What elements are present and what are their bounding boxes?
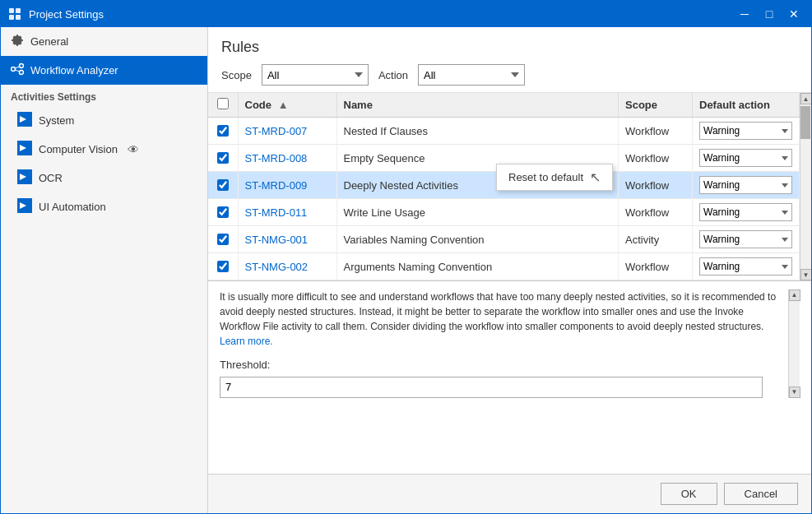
gear-icon xyxy=(11,34,24,49)
description-text: It is usually more difficult to see and … xyxy=(220,289,788,398)
row-scope-cell: Activity xyxy=(619,226,693,253)
code-link[interactable]: ST-MRD-011 xyxy=(245,206,308,219)
cancel-button[interactable]: Cancel xyxy=(724,483,798,505)
computer-vision-arrow-icon xyxy=(17,141,32,158)
row-scope-cell: Workflow xyxy=(619,118,693,145)
filters-bar: Scope All Workflow Activity Action All W… xyxy=(221,64,798,86)
project-settings-window: Project Settings ─ □ ✕ General xyxy=(0,0,812,514)
scope-select[interactable]: All Workflow Activity xyxy=(262,64,369,86)
sidebar-system-label: System xyxy=(39,114,74,127)
description-scrollbar: ▲ ▼ xyxy=(788,289,800,398)
desc-scroll-down[interactable]: ▼ xyxy=(789,387,800,398)
threshold-section: Threshold: xyxy=(220,357,782,398)
row-action-select[interactable]: Warning Error Info Verbose xyxy=(699,149,792,167)
close-button[interactable]: ✕ xyxy=(783,5,805,23)
action-col-header[interactable]: Default action xyxy=(693,93,800,118)
sidebar-item-general[interactable]: General xyxy=(1,27,207,56)
table-row[interactable]: ST-MRD-011 Write Line Usage Workflow War… xyxy=(208,199,800,226)
svg-line-7 xyxy=(16,67,20,68)
sidebar-item-computer-vision[interactable]: Computer Vision 👁 xyxy=(1,135,207,164)
reset-to-default-tooltip[interactable]: Reset to default ↖ xyxy=(496,164,613,191)
sidebar-general-label: General xyxy=(30,35,68,48)
row-action-cell: Warning Error Info Verbose xyxy=(693,253,800,280)
scroll-up-button[interactable]: ▲ xyxy=(800,93,812,104)
row-action-cell: Warning Error Info Verbose xyxy=(693,118,800,145)
row-code-cell: ST-MRD-008 xyxy=(238,145,336,172)
row-checkbox[interactable] xyxy=(217,179,229,191)
ocr-arrow-icon xyxy=(17,169,32,187)
row-checkbox-cell xyxy=(208,226,238,253)
table-scrollbar: ▲ ▼ xyxy=(800,93,811,280)
sidebar-workflow-label: Workflow Analyzer xyxy=(30,64,118,76)
row-code-cell: ST-NMG-001 xyxy=(238,226,336,253)
row-name-cell: Write Line Usage xyxy=(336,199,619,226)
row-code-cell: ST-NMG-002 xyxy=(238,253,336,280)
row-checkbox[interactable] xyxy=(217,206,229,218)
row-checkbox[interactable] xyxy=(217,125,229,137)
code-link[interactable]: ST-MRD-008 xyxy=(245,152,308,164)
sidebar-item-workflow-analyzer[interactable]: Workflow Analyzer xyxy=(1,56,207,85)
svg-rect-0 xyxy=(9,8,14,13)
svg-point-5 xyxy=(20,64,24,68)
description-area: It is usually more difficult to see and … xyxy=(208,280,811,406)
code-col-header[interactable]: Code ▲ xyxy=(238,93,336,118)
threshold-input[interactable] xyxy=(220,377,763,398)
description-body: It is usually more difficult to see and … xyxy=(220,291,776,332)
activities-settings-label: Activities Settings xyxy=(1,85,207,106)
action-select[interactable]: All Warning Error Info Verbose xyxy=(418,64,525,86)
title-bar: Project Settings ─ □ ✕ xyxy=(1,1,811,27)
row-checkbox-cell xyxy=(208,118,238,145)
tooltip-text: Reset to default xyxy=(508,171,583,183)
desc-scroll-up[interactable]: ▲ xyxy=(789,289,800,301)
table-row[interactable]: ST-MRD-007 Nested If Clauses Workflow Wa… xyxy=(208,118,800,145)
ok-button[interactable]: OK xyxy=(661,483,717,505)
minimize-button[interactable]: ─ xyxy=(734,5,755,23)
sidebar-ui-automation-label: UI Automation xyxy=(39,201,106,213)
threshold-label: Threshold: xyxy=(220,357,782,373)
page-title: Rules xyxy=(221,39,798,56)
sidebar: General Workflow Analyzer Activities Set… xyxy=(1,27,208,513)
action-label: Action xyxy=(378,69,408,81)
svg-point-6 xyxy=(20,71,24,75)
scope-label: Scope xyxy=(221,69,252,81)
row-checkbox-cell xyxy=(208,253,238,280)
row-name-cell: Arguments Naming Convention xyxy=(336,253,619,280)
code-link[interactable]: ST-NMG-001 xyxy=(245,234,309,246)
code-link[interactable]: ST-MRD-009 xyxy=(245,179,308,192)
title-bar-controls: ─ □ ✕ xyxy=(734,5,805,23)
row-action-select[interactable]: Warning Error Info Verbose xyxy=(699,257,792,276)
main-panel: Rules Scope All Workflow Activity Action… xyxy=(208,27,811,513)
row-action-select[interactable]: Warning Error Info Verbose xyxy=(699,176,792,194)
code-link[interactable]: ST-NMG-002 xyxy=(245,261,309,273)
row-checkbox[interactable] xyxy=(217,261,229,272)
name-col-header[interactable]: Name xyxy=(336,93,619,118)
title-bar-title: Project Settings xyxy=(29,8,734,21)
code-link[interactable]: ST-MRD-007 xyxy=(245,125,308,137)
footer: OK Cancel xyxy=(208,474,811,513)
learn-more-link[interactable]: Learn more. xyxy=(220,336,273,347)
ui-automation-arrow-icon xyxy=(17,198,32,215)
row-action-cell: Warning Error Info Verbose xyxy=(693,172,800,199)
sidebar-item-ui-automation[interactable]: UI Automation xyxy=(1,192,207,221)
row-scope-cell: Workflow xyxy=(619,253,693,280)
sidebar-item-ocr[interactable]: OCR xyxy=(1,164,207,192)
table-row[interactable]: ST-NMG-001 Variables Naming Convention A… xyxy=(208,226,800,253)
sidebar-computer-vision-label: Computer Vision xyxy=(39,143,118,155)
select-all-checkbox[interactable] xyxy=(217,98,229,109)
scroll-down-button[interactable]: ▼ xyxy=(800,269,812,280)
row-checkbox[interactable] xyxy=(217,152,229,164)
row-action-select[interactable]: Warning Error Info Verbose xyxy=(699,203,792,221)
row-action-select[interactable]: Warning Error Info Verbose xyxy=(699,230,792,248)
row-code-cell: ST-MRD-009 xyxy=(238,172,336,199)
table-row[interactable]: ST-NMG-002 Arguments Naming Convention W… xyxy=(208,253,800,280)
row-action-cell: Warning Error Info Verbose xyxy=(693,199,800,226)
row-checkbox[interactable] xyxy=(217,234,229,245)
workflow-icon xyxy=(11,63,24,78)
scroll-thumb[interactable] xyxy=(800,106,810,139)
app-icon xyxy=(7,7,22,21)
row-action-select[interactable]: Warning Error Info Verbose xyxy=(699,122,792,140)
scope-col-header[interactable]: Scope xyxy=(619,93,693,118)
sidebar-item-system[interactable]: System xyxy=(1,106,207,135)
maximize-button[interactable]: □ xyxy=(759,5,780,23)
row-name-cell: Nested If Clauses xyxy=(336,118,619,145)
